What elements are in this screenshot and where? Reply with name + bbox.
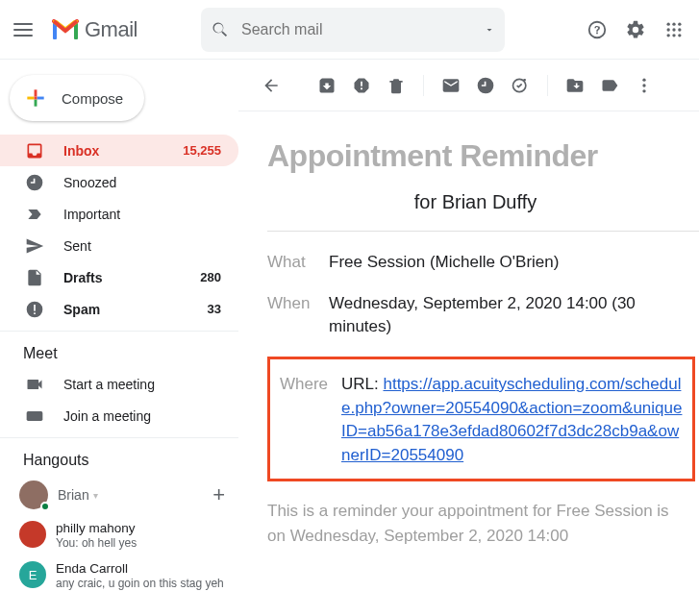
clock-icon <box>25 173 44 192</box>
sidebar-item-important[interactable]: Important <box>0 198 238 230</box>
where-value: URL: https://app.acuityscheduling.com/sc… <box>341 373 683 468</box>
support-button[interactable] <box>586 18 609 41</box>
apps-grid-icon <box>664 20 684 39</box>
snooze-button[interactable] <box>470 70 501 101</box>
sidebar-item-label: Important <box>63 207 120 222</box>
plus-icon <box>23 86 48 111</box>
chat-item[interactable]: E Enda Carroll any craic, u goin on this… <box>0 555 238 596</box>
chat-preview: You: oh hell yes <box>56 536 137 550</box>
join-meeting-button[interactable]: Join a meeting <box>0 400 238 431</box>
apps-button[interactable] <box>662 18 686 41</box>
svg-point-3 <box>672 22 675 25</box>
delete-button[interactable] <box>381 70 412 101</box>
email-toolbar <box>238 60 699 111</box>
email-title: Appointment Reminder <box>267 138 699 174</box>
email-when-row: When Wednesday, September 2, 2020 14:00 … <box>267 292 699 339</box>
compose-label: Compose <box>62 90 123 107</box>
task-add-icon <box>511 76 530 95</box>
sidebar-item-label: Inbox <box>63 143 99 159</box>
svg-point-2 <box>667 22 670 25</box>
report-spam-button[interactable] <box>346 70 377 101</box>
chat-item[interactable]: philly mahony You: oh hell yes <box>0 515 238 555</box>
svg-rect-11 <box>35 89 37 96</box>
labels-button[interactable] <box>594 70 625 101</box>
archive-icon <box>317 76 337 95</box>
folder-move-icon <box>565 76 585 95</box>
svg-point-21 <box>642 78 645 81</box>
sidebar-item-label: Sent <box>63 238 91 254</box>
gmail-icon <box>52 19 79 40</box>
settings-button[interactable] <box>624 18 647 41</box>
reminder-text: This is a reminder your appointment for … <box>267 499 699 548</box>
meet-section-title: Meet <box>0 332 238 368</box>
svg-rect-13 <box>35 99 37 106</box>
svg-rect-17 <box>34 305 36 311</box>
gmail-logo[interactable]: Gmail <box>52 17 137 42</box>
video-icon <box>25 375 44 394</box>
svg-point-6 <box>672 28 675 31</box>
new-chat-button[interactable]: + <box>212 482 225 507</box>
what-value: Free Session (Michelle O'Brien) <box>329 251 559 275</box>
svg-rect-14 <box>27 97 34 100</box>
sidebar-item-sent[interactable]: Sent <box>0 230 238 261</box>
when-label: When <box>267 292 329 339</box>
svg-point-5 <box>667 28 670 31</box>
search-bar[interactable] <box>201 8 505 52</box>
email-for-line: for Brian Duffy <box>267 191 699 213</box>
divider <box>267 231 699 232</box>
sidebar-item-snoozed[interactable]: Snoozed <box>0 166 238 198</box>
email-what-row: What Free Session (Michelle O'Brien) <box>267 251 699 275</box>
svg-point-23 <box>642 89 645 92</box>
svg-point-7 <box>678 28 681 31</box>
hangouts-self[interactable]: Brian ▾ + <box>0 475 238 515</box>
chat-name: philly mahony <box>56 521 137 535</box>
drafts-icon <box>25 268 44 287</box>
add-to-tasks-button[interactable] <box>505 70 536 101</box>
sent-icon <box>25 236 44 256</box>
avatar <box>19 521 46 548</box>
where-label: Where <box>280 373 341 468</box>
svg-rect-15 <box>35 97 37 100</box>
chat-name: Enda Carroll <box>56 561 224 576</box>
mark-unread-button[interactable] <box>436 70 466 101</box>
where-highlight-box: Where URL: https://app.acuityscheduling.… <box>267 357 695 482</box>
more-vert-icon <box>635 76 654 95</box>
svg-rect-12 <box>37 97 43 100</box>
archive-button[interactable] <box>312 70 342 101</box>
search-icon <box>211 20 230 39</box>
sidebar-item-drafts[interactable]: Drafts 280 <box>0 261 238 293</box>
arrow-left-icon <box>262 76 281 95</box>
mail-icon <box>441 76 461 95</box>
sidebar-item-label: Snoozed <box>63 175 116 190</box>
sidebar-item-label: Spam <box>63 302 100 317</box>
appointment-url-link[interactable]: https://app.acuityscheduling.com/schedul… <box>341 375 682 464</box>
sidebar-item-inbox[interactable]: Inbox 15,255 <box>0 135 238 166</box>
avatar <box>19 480 48 509</box>
label-icon <box>600 76 619 95</box>
sidebar-item-spam[interactable]: Spam 33 <box>0 293 238 325</box>
more-button[interactable] <box>629 70 660 101</box>
move-to-button[interactable] <box>560 70 590 101</box>
sidebar-item-label: Join a meeting <box>63 408 151 424</box>
chat-preview: any craic, u goin on this stag yeh <box>56 577 224 590</box>
main-menu-button[interactable] <box>13 23 33 37</box>
search-input[interactable] <box>241 21 484 38</box>
gear-icon <box>625 19 646 40</box>
hangouts-section-title: Hangouts <box>0 438 238 475</box>
help-icon <box>587 19 608 40</box>
presence-indicator <box>40 502 50 511</box>
back-button[interactable] <box>256 70 287 101</box>
what-label: What <box>267 251 329 275</box>
svg-point-8 <box>667 34 670 37</box>
search-options-icon[interactable] <box>484 24 495 36</box>
svg-point-4 <box>678 22 681 25</box>
brand-text: Gmail <box>85 17 137 42</box>
clock-icon <box>476 76 495 95</box>
chevron-down-icon[interactable]: ▾ <box>93 490 98 501</box>
spam-count: 33 <box>208 302 221 316</box>
start-meeting-button[interactable]: Start a meeting <box>0 368 238 400</box>
svg-rect-19 <box>27 411 43 421</box>
spam-icon <box>25 300 44 319</box>
keyboard-icon <box>25 407 44 426</box>
compose-button[interactable]: Compose <box>10 75 144 121</box>
